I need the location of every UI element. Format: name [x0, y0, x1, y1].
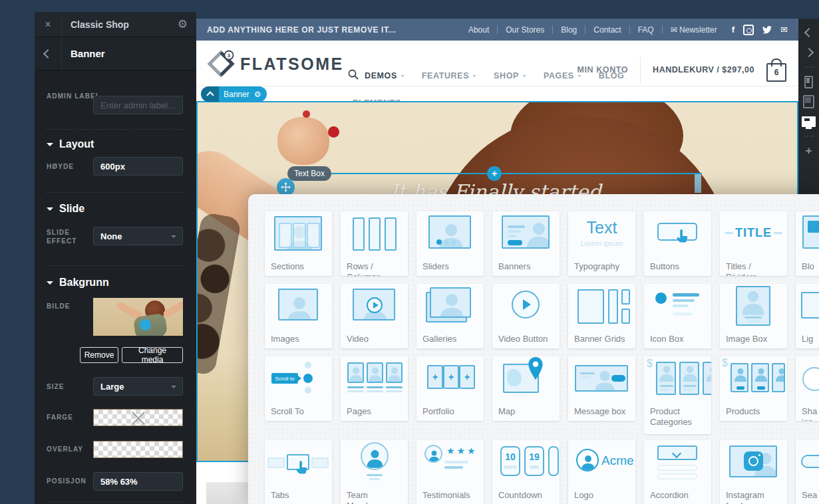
collapse-triangle-icon: [47, 281, 53, 288]
banner-gear-icon[interactable]: ⚙: [254, 86, 267, 102]
farge-color-swatch[interactable]: [93, 409, 183, 426]
element-tile-lightbox[interactable]: Lig: [796, 284, 819, 348]
flatsome-logo[interactable]: 3 FLATSOME: [207, 50, 344, 78]
element-tile-portfolio[interactable]: + + + Portfolio: [416, 356, 484, 421]
cart-bag-icon[interactable]: 6: [766, 63, 786, 82]
search-icon[interactable]: [348, 69, 359, 80]
element-tile-testimonials[interactable]: ★★★ Testimonials: [416, 440, 484, 504]
add-element-plus-icon[interactable]: +: [487, 166, 502, 181]
instagram-feed-icon: [720, 440, 787, 487]
element-tile-typography[interactable]: Text Lorem ipsum Typography: [568, 211, 635, 276]
settings-gear-icon[interactable]: ⚙: [178, 17, 196, 31]
phone-preview-icon[interactable]: [798, 72, 819, 92]
element-tile-accordion[interactable]: Accordion: [644, 440, 711, 504]
element-tile-countdown[interactable]: 10 DAYS 19 MIN Countdown: [492, 440, 560, 504]
nav-item-features[interactable]: FEATURES: [422, 71, 476, 80]
email-icon[interactable]: ✉: [780, 25, 788, 35]
element-tile-scroll-to[interactable]: Scroll to Scroll To: [265, 356, 332, 421]
topbar-links: About Our Stores Blog Contact FAQ ✉ News…: [460, 25, 788, 35]
redo-chevron-right-icon[interactable]: [798, 43, 819, 63]
admin-label-input[interactable]: [93, 96, 183, 114]
element-tile-sections[interactable]: Sections: [265, 211, 332, 276]
topbar-link-our-stores[interactable]: Our Stores: [498, 25, 552, 35]
element-tile-product-categories[interactable]: $ Product Categories: [644, 356, 711, 434]
nav-item-shop[interactable]: SHOP: [494, 71, 526, 80]
site-topbar: ADD ANYTHING HERE OR JUST REMOVE IT... A…: [196, 19, 798, 41]
focal-point-dot[interactable]: [140, 319, 151, 330]
accordion-icon: [644, 440, 711, 487]
panel-header: Banner: [35, 37, 196, 70]
banners-icon: [492, 211, 560, 258]
tile-label: Blo: [796, 258, 819, 272]
tablet-preview-icon[interactable]: [798, 92, 819, 112]
facebook-icon[interactable]: f: [732, 25, 735, 35]
message-box-icon: [568, 356, 635, 403]
overlay-label: Overlay: [47, 445, 83, 453]
tile-label: Accordion: [644, 487, 711, 501]
size-select[interactable]: Large: [93, 377, 183, 396]
add-icon[interactable]: +: [798, 141, 819, 161]
tile-label: Scroll To: [265, 403, 332, 417]
element-tile-logo[interactable]: Acme Logo: [568, 440, 635, 504]
pages-icon: [341, 356, 408, 403]
topbar-link-blog[interactable]: Blog: [553, 25, 585, 35]
overlay-color-swatch[interactable]: [93, 441, 183, 458]
section-slide[interactable]: Slide: [47, 203, 84, 215]
element-tile-banners[interactable]: Banners: [492, 211, 560, 276]
element-tile-video-button[interactable]: Video Button: [492, 284, 560, 348]
instagram-icon[interactable]: [743, 25, 754, 35]
element-tile-video[interactable]: Video: [341, 284, 408, 348]
twitter-icon[interactable]: [762, 26, 772, 34]
element-tile-search[interactable]: Sea: [796, 440, 819, 504]
element-tile-map[interactable]: Map: [492, 356, 560, 421]
element-tile-share-icons[interactable]: Sha ico: [796, 356, 819, 421]
topbar-link-about[interactable]: About: [460, 25, 497, 35]
topbar-link-faq[interactable]: FAQ: [630, 25, 662, 35]
element-tile-team-member[interactable]: Team Member: [341, 440, 408, 504]
element-tile-buttons[interactable]: Buttons: [644, 211, 711, 276]
element-tile-galleries[interactable]: Galleries: [416, 284, 484, 348]
nav-item-demos[interactable]: DEMOS: [365, 71, 405, 80]
tile-label: Sha ico: [796, 403, 819, 421]
section-bakgrunn[interactable]: Bakgrunn: [47, 277, 109, 289]
chevron-up-icon[interactable]: [201, 86, 219, 102]
element-tile-rows-columns[interactable]: Rows / Columns: [341, 211, 408, 276]
hoyde-input[interactable]: [93, 157, 183, 176]
element-tile-tabs[interactable]: Tabs: [265, 440, 332, 504]
element-tile-sliders[interactable]: Sliders: [416, 211, 484, 276]
element-tile-message-box[interactable]: Message box: [568, 356, 635, 421]
element-tile-images[interactable]: Images: [265, 284, 332, 348]
background-image-thumbnail[interactable]: [93, 298, 183, 336]
desktop-preview-icon[interactable]: [798, 112, 819, 132]
nav-item-pages[interactable]: PAGES: [544, 71, 581, 80]
remove-button[interactable]: Remove: [80, 347, 118, 363]
posisjon-input[interactable]: [93, 472, 183, 491]
account-link[interactable]: MIN KONTO: [577, 65, 628, 74]
section-layout[interactable]: Layout: [47, 138, 94, 150]
topbar-message: ADD ANYTHING HERE OR JUST REMOVE IT...: [207, 25, 396, 35]
cart-link[interactable]: HANDLEKURV / $297,00: [653, 65, 754, 74]
tile-label: Video: [341, 330, 408, 344]
back-chevron-icon[interactable]: [35, 37, 62, 70]
textbox-tag-pill[interactable]: Text Box: [287, 166, 331, 181]
element-tile-pages[interactable]: Pages: [341, 356, 408, 421]
change-media-button[interactable]: Change media: [122, 347, 183, 363]
element-tile-icon-box[interactable]: Icon Box: [644, 284, 711, 348]
tile-label: Countdown: [492, 487, 560, 501]
element-tile-products[interactable]: $ Products: [720, 356, 787, 421]
topbar-link-contact[interactable]: Contact: [585, 25, 629, 35]
element-tile-blog[interactable]: Blo: [796, 211, 819, 276]
slide-effect-select[interactable]: None: [93, 227, 183, 245]
undo-chevron-left-icon[interactable]: [798, 23, 819, 43]
banner-tag-pill[interactable]: Banner ⚙: [201, 86, 267, 102]
element-tile-image-box[interactable]: Image Box: [720, 284, 787, 348]
close-icon[interactable]: ×: [35, 12, 62, 37]
element-tile-titles-dividers[interactable]: TITLE Titles / Dividers: [720, 211, 787, 276]
chevron-down-icon: [401, 75, 405, 79]
element-tile-instagram-feed[interactable]: Instagram feed: [720, 440, 787, 504]
countdown-icon: 10 DAYS 19 MIN: [492, 440, 560, 487]
element-tile-banner-grids[interactable]: Banner Grids: [568, 284, 635, 348]
newsletter-link[interactable]: ✉ Newsletter: [663, 25, 725, 35]
move-handle-icon[interactable]: [277, 178, 295, 196]
banner-tag-label: Banner: [219, 86, 254, 102]
